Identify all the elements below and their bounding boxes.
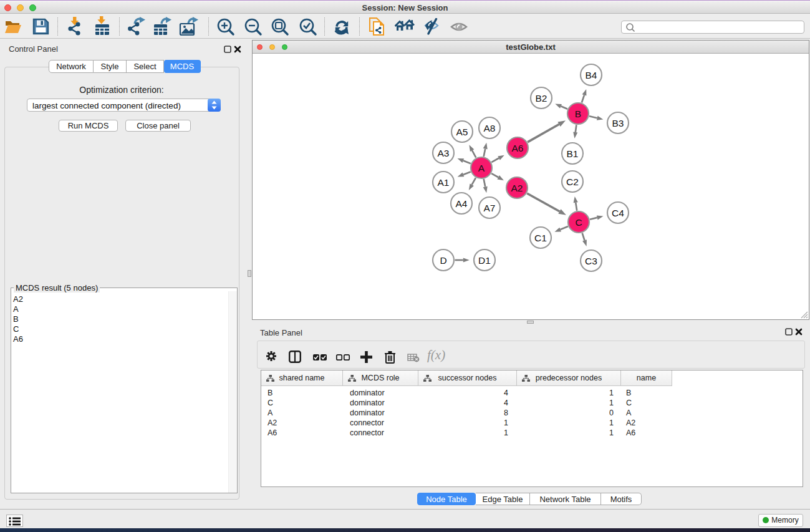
svg-text:B3: B3 xyxy=(612,118,624,128)
svg-text:D: D xyxy=(440,255,446,266)
svg-text:A7: A7 xyxy=(484,203,496,213)
svg-text:C4: C4 xyxy=(612,208,624,218)
svg-text:C: C xyxy=(575,217,582,228)
svg-text:A4: A4 xyxy=(456,198,468,209)
svg-text:B1: B1 xyxy=(567,148,579,159)
svg-text:A2: A2 xyxy=(511,183,523,193)
svg-text:C2: C2 xyxy=(566,177,579,187)
svg-text:A1: A1 xyxy=(438,177,450,188)
svg-text:A6: A6 xyxy=(512,143,524,153)
svg-text:D1: D1 xyxy=(478,255,491,266)
svg-text:B4: B4 xyxy=(586,70,597,80)
svg-text:C1: C1 xyxy=(534,233,547,243)
svg-text:A: A xyxy=(478,163,485,173)
svg-text:C3: C3 xyxy=(585,256,597,266)
svg-text:B: B xyxy=(575,109,581,119)
svg-text:A3: A3 xyxy=(438,148,450,158)
svg-text:B2: B2 xyxy=(536,93,547,104)
svg-text:A5: A5 xyxy=(456,127,468,137)
svg-text:A8: A8 xyxy=(484,123,496,133)
